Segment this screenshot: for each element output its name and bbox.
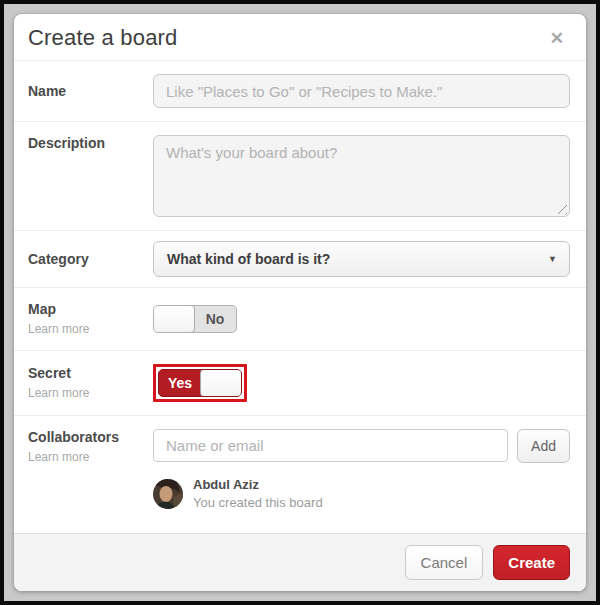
add-collaborator-button[interactable]: Add — [517, 429, 570, 463]
map-toggle-knob — [153, 305, 195, 333]
collaborator-input[interactable] — [153, 429, 508, 462]
secret-toggle[interactable]: Yes — [158, 369, 242, 397]
dialog-footer: Cancel Create — [14, 533, 586, 591]
dialog-title: Create a board — [28, 25, 178, 51]
owner-status: You created this board — [193, 495, 323, 510]
owner-name: Abdul Aziz — [193, 477, 323, 492]
map-toggle-state: No — [194, 306, 236, 332]
category-row: Category What kind of board is it? ▼ — [14, 230, 586, 287]
dimmed-page-background: Create a board ✕ Name Description — [0, 0, 600, 605]
description-row: Description — [14, 121, 586, 230]
category-label-col: Category — [28, 251, 153, 267]
dialog-header: Create a board ✕ — [14, 14, 586, 60]
name-input[interactable] — [153, 74, 570, 108]
category-selected-value: What kind of board is it? — [167, 251, 330, 267]
secret-label: Secret — [28, 365, 153, 381]
map-label: Map — [28, 301, 153, 317]
name-label: Name — [28, 83, 153, 99]
secret-toggle-state: Yes — [159, 370, 201, 396]
secret-row: Secret Learn more Yes — [14, 350, 586, 415]
secret-toggle-highlight: Yes — [153, 364, 247, 402]
close-button[interactable]: ✕ — [546, 28, 568, 49]
category-label: Category — [28, 251, 153, 267]
board-owner-item: Abdul Aziz You created this board — [153, 477, 570, 510]
name-label-col: Name — [28, 83, 153, 99]
close-icon: ✕ — [550, 29, 564, 48]
collaborators-row: Collaborators Learn more Add — [14, 415, 586, 533]
description-label-col: Description — [28, 135, 153, 151]
secret-toggle-knob — [200, 369, 242, 397]
map-row: Map Learn more No — [14, 287, 586, 350]
category-select[interactable]: What kind of board is it? ▼ — [153, 241, 570, 277]
create-board-dialog: Create a board ✕ Name Description — [14, 14, 586, 591]
create-button[interactable]: Create — [493, 545, 570, 580]
map-toggle[interactable]: No — [153, 305, 237, 333]
description-label: Description — [28, 135, 153, 151]
collaborators-label: Collaborators — [28, 429, 153, 445]
description-textarea[interactable] — [153, 135, 570, 217]
name-row: Name — [14, 60, 586, 121]
chevron-down-icon: ▼ — [548, 254, 557, 264]
owner-avatar[interactable] — [153, 479, 183, 509]
secret-learn-more-link[interactable]: Learn more — [28, 386, 89, 400]
cancel-button[interactable]: Cancel — [405, 545, 484, 580]
map-learn-more-link[interactable]: Learn more — [28, 322, 89, 336]
collaborators-learn-more-link[interactable]: Learn more — [28, 450, 89, 464]
